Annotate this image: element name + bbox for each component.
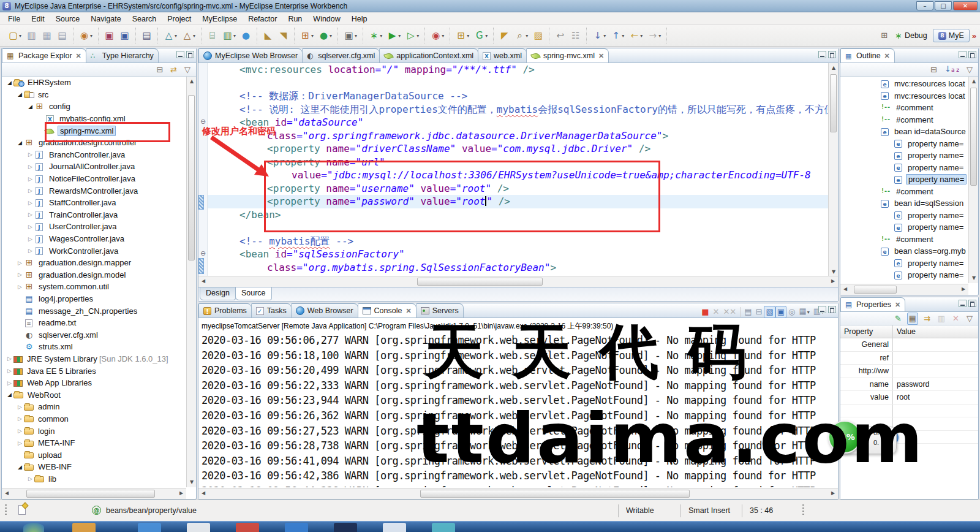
coverage-icon[interactable]: ◉▾	[428, 29, 447, 42]
outline-item[interactable]: !--#comment	[840, 234, 968, 246]
scroll-up-arrow[interactable]: ▲	[829, 63, 838, 73]
tree-item-graduation-design-mapper[interactable]: ▷⊞graduation.design.mapper	[2, 257, 186, 269]
editor-vertical-scrollbar[interactable]: ▲ ▼	[828, 63, 838, 277]
minimize-window-button[interactable]: –	[916, 1, 933, 10]
show-advanced-icon[interactable]: ⇉	[922, 313, 932, 325]
property-row[interactable]: valueroot	[840, 391, 978, 405]
tree-expander-icon[interactable]: ▷	[26, 151, 34, 158]
new-property-icon[interactable]: ✎	[893, 313, 903, 325]
show-on-output-icon[interactable]: ▣	[775, 306, 786, 318]
close-tab-icon[interactable]: ✕	[405, 307, 411, 315]
fold-minus-icon[interactable]: ⊖	[200, 118, 206, 125]
dropdown-arrow-icon[interactable]: ▾	[355, 33, 357, 39]
link-editor-icon[interactable]: ☷	[568, 29, 583, 42]
tree-expander-icon[interactable]: ▷	[26, 248, 34, 254]
outline-item[interactable]: eproperty name=	[840, 221, 968, 234]
close-window-button[interactable]: ✕	[953, 1, 978, 10]
save-icon[interactable]: ▥	[24, 29, 39, 42]
tree-expander-icon[interactable]: ▷	[16, 404, 24, 410]
open-console-icon[interactable]: ▦▾	[797, 305, 811, 319]
tree-item-meta-inf[interactable]: ▷META-INF	[2, 437, 186, 449]
menu-help[interactable]: Help	[346, 13, 373, 25]
tree-item-log4j-properties[interactable]: ▤log4j.properties	[2, 293, 186, 305]
link-with-editor-icon[interactable]: ⇄	[168, 64, 179, 76]
tree-expander-icon[interactable]: ◢	[26, 104, 34, 110]
taskbar-item[interactable]	[72, 523, 96, 532]
sync-deployment-icon[interactable]: ▥▾	[220, 29, 238, 42]
dropdown-arrow-icon[interactable]: ▾	[380, 33, 382, 39]
perspective-overflow-chevron[interactable]: »	[972, 31, 976, 40]
tree-item-ehrsystem[interactable]: ◢EHRSystem	[2, 77, 186, 89]
restore-default-icon[interactable]: ▥	[936, 313, 947, 325]
tree-item-src[interactable]: ◢src	[2, 89, 186, 101]
new-jsp-icon[interactable]: ⊞▾	[453, 29, 472, 42]
tree-item-common[interactable]: ▷common	[2, 413, 186, 425]
tree-item-usercontroller-java[interactable]: ▷JUserController.java	[2, 221, 186, 233]
dropdown-arrow-icon[interactable]: ▾	[467, 33, 469, 39]
minimize-editor-icon[interactable]	[818, 51, 826, 58]
tab-servers[interactable]: Servers	[416, 303, 464, 317]
tree-horizontal-scrollbar[interactable]: ◀ ▶	[2, 488, 186, 499]
tree-item-message-zh-cn-properties[interactable]: ▤message_zh_CN.properties	[2, 305, 186, 317]
view-menu-icon[interactable]: ▽	[183, 64, 192, 76]
view-menu-icon[interactable]: ▽	[965, 313, 974, 325]
tab-outline[interactable]: ▦ Outline ✕	[840, 48, 895, 63]
clear-console-icon[interactable]: ▤	[742, 306, 753, 318]
fold-minus-icon[interactable]: ⊖	[200, 250, 206, 257]
tab-myeclipse-web-browser[interactable]: MyEclipse Web Browser	[198, 48, 303, 63]
float-widget-ball[interactable]: 74%	[828, 420, 861, 454]
outline-item[interactable]: eproperty name=	[840, 269, 968, 281]
outline-item[interactable]: !--#comment	[840, 114, 968, 126]
screenshot-icon[interactable]: ▣▾	[341, 29, 360, 42]
outline-horizontal-scrollbar[interactable]: ◀ ▶	[840, 284, 968, 295]
open-perspective-icon[interactable]: ⊞	[879, 29, 889, 42]
dropdown-arrow-icon[interactable]: ▾	[90, 33, 92, 39]
web-services-icon[interactable]: ●▾	[316, 29, 334, 42]
taskbar-item[interactable]	[187, 523, 210, 532]
outline-item[interactable]: emvc:resources locat	[840, 78, 968, 90]
tree-item-web-inf[interactable]: ◢WEB-INF	[2, 461, 186, 473]
tree-expander-icon[interactable]: ◢	[16, 464, 24, 470]
property-row[interactable]: ref	[840, 352, 978, 365]
menu-navigate[interactable]: Navigate	[85, 13, 126, 25]
tree-item-noticefilecontroller-java[interactable]: ▷JNoticeFileController.java	[2, 173, 186, 185]
outline-vertical-scrollbar[interactable]: ▲ ▼	[968, 77, 978, 283]
terminate-icon[interactable]: ■	[699, 306, 710, 318]
menu-source[interactable]: Source	[50, 13, 86, 25]
dropdown-arrow-icon[interactable]: ▾	[330, 33, 332, 39]
scroll-right-arrow[interactable]: ▶	[828, 276, 838, 286]
tab-problems[interactable]: !Problems	[198, 303, 252, 317]
tree-item-jre-system-library[interactable]: ▷JRE System Library [Sun JDK 1.6.0_13]	[2, 353, 186, 365]
remove-property-icon[interactable]: ✕	[951, 313, 961, 325]
dropdown-arrow-icon[interactable]: ▾	[526, 33, 528, 39]
property-row[interactable]	[840, 405, 978, 418]
tree-expander-icon[interactable]: ▷	[6, 355, 13, 362]
column-property[interactable]: Property	[840, 325, 893, 338]
outline-item[interactable]: ebean id=sqlSession	[840, 197, 968, 210]
export-icon[interactable]: ◥	[276, 29, 291, 42]
tree-item-struts-xml[interactable]: ⚙struts.xml	[2, 341, 186, 353]
tab-spring-mvc-xml[interactable]: spring-mvc.xml✕	[526, 48, 609, 63]
scroll-left-arrow[interactable]: ◀	[840, 284, 850, 294]
sort-alphabetically-icon[interactable]: ↓a z	[943, 63, 961, 76]
taskbar-item[interactable]	[432, 523, 455, 532]
tree-expander-icon[interactable]: ◢	[6, 80, 13, 86]
tree-expander-icon[interactable]: ▷	[16, 440, 24, 446]
scroll-left-arrow[interactable]: ◀	[2, 488, 12, 498]
open-type-icon[interactable]: ▨	[530, 29, 546, 42]
console-horizontal-scrollbar[interactable]: ◀ ▶	[198, 488, 838, 499]
menu-edit[interactable]: Edit	[26, 13, 50, 25]
next-annotation-icon[interactable]: ↓▾	[590, 29, 608, 42]
scroll-right-arrow[interactable]: ▶	[959, 284, 968, 294]
maximize-window-button[interactable]: □	[935, 1, 952, 10]
tree-mode-icon[interactable]: ▦	[907, 313, 918, 325]
tree-item-graduation-design-model[interactable]: ▷⊞graduation.design.model	[2, 269, 186, 281]
tree-expander-icon[interactable]: ▷	[26, 164, 34, 170]
dropdown-arrow-icon[interactable]: ▾	[603, 33, 606, 39]
minimize-console-icon[interactable]	[818, 306, 826, 313]
tree-expander-icon[interactable]: ◢	[16, 91, 24, 97]
new-xml-icon[interactable]: △▾	[161, 29, 179, 42]
tree-item-branchcontroller-java[interactable]: ▷JBranchController.java	[2, 149, 186, 161]
tree-item-web-app-libraries[interactable]: ▷Web App Libraries	[2, 377, 186, 389]
j2ee-library-icon[interactable]: ▤	[139, 29, 154, 42]
